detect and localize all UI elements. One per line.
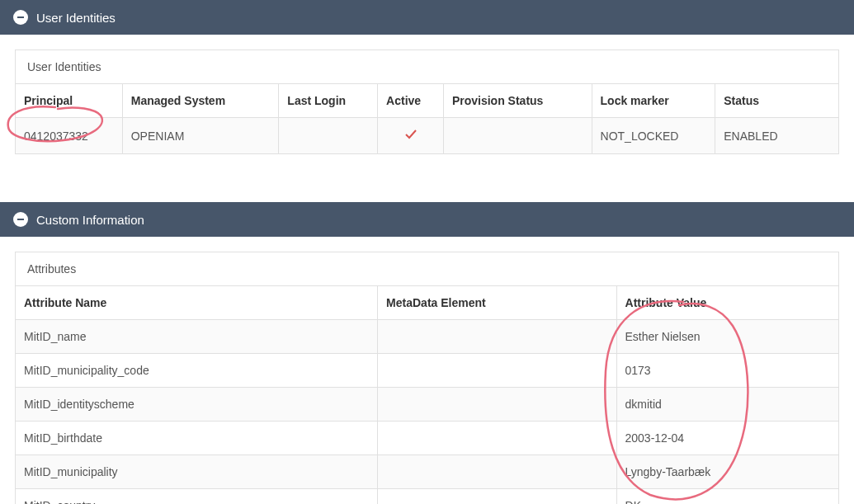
col-metadata-element: MetaData Element: [378, 286, 616, 320]
col-active: Active: [378, 84, 444, 118]
check-icon: [404, 128, 418, 141]
user-identities-panel: User Identities User Identities Principa…: [0, 0, 854, 169]
cell-provision-status: [443, 118, 592, 154]
cell-name: MitID_municipality: [16, 455, 378, 489]
identities-subheader: User Identities: [15, 49, 839, 83]
cell-value: 2003-12-04: [616, 422, 838, 455]
cell-principal: 0412037332: [16, 118, 123, 154]
cell-meta: [378, 455, 616, 489]
col-status: Status: [715, 84, 839, 118]
col-attribute-value: Attribute Value: [616, 286, 838, 320]
table-header-row: Principal Managed System Last Login Acti…: [16, 84, 839, 118]
cell-name: MitID_identityscheme: [16, 388, 378, 422]
table-row: MitID_countryDK: [16, 489, 839, 505]
custom-information-body: Attributes Attribute Name MetaData Eleme…: [0, 237, 854, 504]
identities-table: Principal Managed System Last Login Acti…: [15, 83, 839, 154]
table-row: MitID_identityschemedkmitid: [16, 388, 839, 422]
table-header-row: Attribute Name MetaData Element Attribut…: [16, 286, 839, 320]
table-row: MitID_municipalityLyngby-Taarbæk: [16, 455, 839, 489]
cell-value: DK: [616, 489, 838, 505]
col-lock-marker: Lock marker: [592, 84, 715, 118]
collapse-icon: [13, 212, 28, 227]
cell-meta: [378, 354, 616, 388]
custom-information-header[interactable]: Custom Information: [0, 202, 854, 237]
col-managed-system: Managed System: [122, 84, 279, 118]
table-row: MitID_birthdate2003-12-04: [16, 422, 839, 455]
col-principal: Principal: [16, 84, 123, 118]
cell-value: 0173: [616, 354, 838, 388]
cell-last-login: [279, 118, 378, 154]
custom-information-panel: Custom Information Attributes Attribute …: [0, 202, 854, 504]
cell-active: [378, 118, 444, 154]
col-attribute-name: Attribute Name: [16, 286, 378, 320]
cell-name: MitID_birthdate: [16, 422, 378, 455]
cell-name: MitID_country: [16, 489, 378, 505]
attributes-table: Attribute Name MetaData Element Attribut…: [15, 285, 839, 504]
user-identities-header[interactable]: User Identities: [0, 0, 854, 35]
cell-status: ENABLED: [715, 118, 839, 154]
cell-meta: [378, 422, 616, 455]
cell-name: MitID_municipality_code: [16, 354, 378, 388]
user-identities-body: User Identities Principal Managed System…: [0, 35, 854, 169]
col-last-login: Last Login: [279, 84, 378, 118]
table-row: MitID_nameEsther Nielsen: [16, 320, 839, 354]
cell-value: Esther Nielsen: [616, 320, 838, 354]
cell-meta: [378, 489, 616, 505]
cell-value: dkmitid: [616, 388, 838, 422]
cell-meta: [378, 320, 616, 354]
collapse-icon: [13, 10, 28, 25]
panel-title: User Identities: [36, 11, 116, 25]
cell-name: MitID_name: [16, 320, 378, 354]
cell-managed-system: OPENIAM: [122, 118, 279, 154]
cell-lock-marker: NOT_LOCKED: [592, 118, 715, 154]
cell-value: Lyngby-Taarbæk: [616, 455, 838, 489]
panel-title: Custom Information: [36, 213, 144, 227]
table-row: 0412037332 OPENIAM NOT_LOCKED ENABLED: [16, 118, 839, 154]
col-provision-status: Provision Status: [443, 84, 592, 118]
table-row: MitID_municipality_code0173: [16, 354, 839, 388]
cell-meta: [378, 388, 616, 422]
attributes-subheader: Attributes: [15, 252, 839, 285]
